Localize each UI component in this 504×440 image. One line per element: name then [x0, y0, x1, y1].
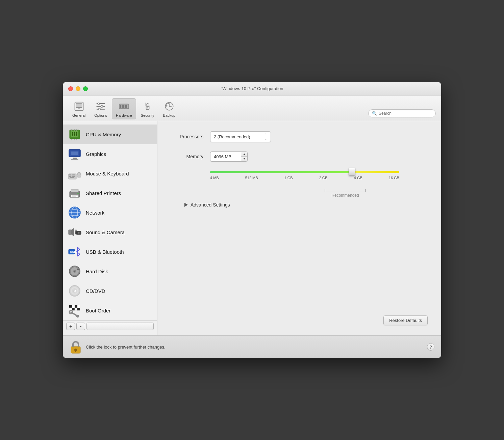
toolbar-item-security[interactable]: Security	[137, 98, 158, 119]
svg-point-6	[98, 103, 99, 105]
sidebar-label-graphics: Graphics	[86, 151, 106, 157]
svg-rect-54	[74, 176, 75, 177]
svg-rect-86	[72, 305, 75, 308]
slider-label-4mb: 4 MB	[210, 176, 219, 180]
main-window: "Windows 10 Pro" Configuration General	[63, 82, 441, 358]
sidebar-label-hard-disk: Hard Disk	[86, 269, 108, 274]
slider-label-512mb: 512 MB	[245, 176, 258, 180]
toolbar-item-general[interactable]: General	[68, 98, 90, 119]
recommended-bracket-svg: Recommended	[210, 188, 399, 197]
svg-rect-12	[122, 105, 123, 108]
svg-rect-36	[74, 139, 75, 140]
spinbox-down-button[interactable]: ▼	[241, 157, 247, 161]
svg-rect-64	[72, 196, 76, 197]
advanced-settings-label: Advanced Settings	[191, 202, 230, 208]
sidebar-item-usb-bluetooth[interactable]: USB USB & Bluetooth	[63, 242, 157, 262]
svg-rect-4	[97, 106, 105, 107]
sidebar-item-cpu-memory[interactable]: CPU & Memory	[63, 125, 157, 144]
recommended-section: Recommended	[210, 188, 399, 199]
svg-rect-5	[97, 109, 105, 110]
sidebar-label-network: Network	[86, 210, 104, 216]
svg-point-8	[99, 108, 100, 110]
slider-fill-yellow	[352, 171, 399, 173]
memory-row: Memory: 4096 MB ▲ ▼	[171, 152, 428, 162]
svg-rect-29	[71, 129, 72, 131]
svg-rect-92	[77, 308, 80, 310]
svg-rect-33	[78, 129, 78, 131]
svg-rect-41	[71, 152, 78, 155]
sidebar-item-graphics[interactable]: Graphics	[63, 144, 157, 164]
memory-spinbox[interactable]: 4096 MB ▲ ▼	[210, 152, 248, 162]
svg-rect-26	[72, 134, 73, 136]
svg-rect-80	[77, 269, 79, 270]
sidebar: CPU & Memory Graphics	[63, 121, 157, 335]
svg-rect-14	[125, 105, 126, 108]
toolbar-item-options[interactable]: Options	[90, 98, 111, 119]
svg-marker-69	[71, 228, 74, 237]
svg-rect-28	[76, 134, 77, 136]
toolbar-item-backup[interactable]: Backup	[159, 98, 180, 119]
svg-rect-38	[78, 139, 78, 140]
add-item-button[interactable]: +	[66, 323, 75, 330]
titlebar: "Windows 10 Pro" Configuration	[63, 82, 441, 95]
sidebar-item-sound-camera[interactable]: Sound & Camera	[63, 222, 157, 242]
toolbar-label-options: Options	[94, 113, 107, 117]
sidebar-footer-spacer	[86, 323, 154, 330]
svg-rect-18	[147, 107, 148, 108]
svg-rect-11	[120, 105, 121, 108]
remove-item-button[interactable]: -	[76, 323, 85, 330]
svg-rect-91	[75, 308, 77, 310]
sidebar-label-mouse-keyboard: Mouse & Keyboard	[86, 171, 129, 176]
svg-text:USB: USB	[70, 250, 77, 253]
memory-value: 4096 MB	[210, 153, 241, 161]
slider-labels: 4 MB 512 MB 1 GB 2 GB 4 GB 16 GB	[210, 176, 399, 180]
cd-dvd-icon	[68, 284, 82, 298]
lock-icon[interactable]	[70, 340, 82, 354]
sidebar-item-network[interactable]: Network	[63, 203, 157, 222]
processors-label: Processors:	[171, 134, 205, 139]
toolbar-item-hardware[interactable]: Hardware	[112, 98, 136, 119]
boot-order-icon	[68, 303, 82, 318]
minimize-button[interactable]	[76, 86, 80, 91]
help-button[interactable]: ?	[427, 343, 434, 351]
svg-rect-47	[72, 174, 73, 175]
sidebar-label-cd-dvd: CD/DVD	[86, 288, 105, 294]
memory-slider-section: 4 MB 512 MB 1 GB 2 GB 4 GB 16 GB	[210, 171, 428, 180]
sidebar-label-usb-bluetooth: USB & Bluetooth	[86, 249, 124, 255]
close-button[interactable]	[68, 86, 73, 91]
sidebar-item-mouse-keyboard[interactable]: Mouse & Keyboard	[63, 164, 157, 183]
memory-label: Memory:	[171, 154, 205, 159]
svg-rect-60	[71, 189, 78, 192]
sidebar-item-cd-dvd[interactable]: CD/DVD	[63, 281, 157, 301]
slider-thumb[interactable]	[349, 168, 355, 176]
spinbox-up-button[interactable]: ▲	[241, 152, 247, 157]
memory-slider-track[interactable]	[210, 171, 399, 173]
main-content: CPU & Memory Graphics	[63, 121, 441, 335]
status-bar: Click the lock to prevent further change…	[63, 335, 441, 358]
sidebar-item-shared-printers[interactable]: Shared Printers	[63, 183, 157, 203]
sound-camera-icon	[68, 225, 82, 239]
svg-point-84	[74, 290, 75, 292]
slider-fill-green	[210, 171, 352, 173]
slider-label-2gb: 2 GB	[319, 176, 328, 180]
restore-defaults-button[interactable]: Restore Defaults	[383, 315, 428, 325]
svg-rect-85	[69, 305, 72, 308]
svg-rect-48	[73, 174, 74, 175]
svg-rect-27	[74, 134, 75, 136]
svg-point-7	[101, 106, 103, 107]
svg-rect-89	[75, 305, 77, 308]
svg-rect-49	[74, 174, 75, 175]
maximize-button[interactable]	[83, 86, 88, 91]
advanced-settings-row[interactable]: Advanced Settings	[184, 202, 428, 208]
search-box[interactable]: 🔍	[368, 109, 436, 117]
svg-rect-23	[72, 132, 73, 134]
sidebar-item-hard-disk[interactable]: Hard Disk	[63, 262, 157, 281]
sidebar-item-boot-order[interactable]: Boot Order	[63, 301, 157, 320]
search-input[interactable]	[379, 111, 432, 116]
processors-dropdown[interactable]: 2 (Recommended) ⌃⌄	[210, 131, 271, 142]
svg-rect-46	[70, 174, 71, 175]
svg-point-72	[78, 232, 79, 233]
svg-marker-73	[75, 231, 76, 235]
svg-rect-43	[71, 159, 78, 160]
sidebar-label-sound-camera: Sound & Camera	[86, 229, 125, 235]
